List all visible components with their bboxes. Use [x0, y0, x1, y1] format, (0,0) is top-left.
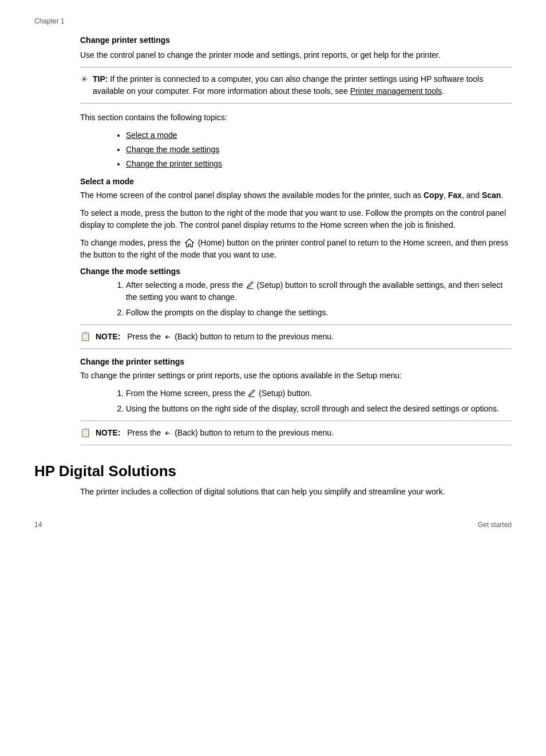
note-icon-2: 📋 — [80, 428, 91, 438]
select-mode-para3: To change modes, press the (Home) button… — [80, 237, 512, 261]
hp-digital-solutions-intro: The printer includes a collection of dig… — [80, 486, 512, 498]
mode-settings-steps: After selecting a mode, press the (Setup… — [126, 279, 512, 319]
list-item: Change the mode settings — [126, 144, 512, 156]
printer-management-tools-link[interactable]: Printer management tools — [350, 86, 442, 96]
note-icon: 📋 — [80, 331, 91, 342]
setup-icon-2 — [248, 390, 256, 398]
tip-label: TIP: — [93, 74, 108, 84]
note-label: NOTE: — [96, 332, 121, 341]
select-mode-para1: The Home screen of the control panel dis… — [80, 189, 512, 201]
back-icon — [164, 333, 172, 341]
change-printer-settings-heading: Change printer settings — [80, 35, 512, 45]
tip-content: TIP: If the printer is connected to a co… — [93, 73, 512, 97]
page-number: 14 — [34, 521, 42, 529]
note-label-2: NOTE: — [96, 428, 121, 437]
printer-settings-steps: From the Home screen, press the (Setup) … — [126, 387, 512, 415]
note-box-2: 📋 NOTE: Press the (Back) button to retur… — [80, 421, 512, 445]
select-a-mode-heading: Select a mode — [80, 177, 512, 186]
topics-intro: This section contains the following topi… — [80, 112, 512, 124]
change-mode-settings-link[interactable]: Change the mode settings — [126, 145, 219, 154]
home-icon — [184, 238, 195, 248]
select-mode-para2: To select a mode, press the button to th… — [80, 207, 512, 231]
change-printer-settings-section-heading: Change the printer settings — [80, 357, 512, 366]
topics-list: Select a mode Change the mode settings C… — [126, 129, 512, 170]
list-item: Follow the prompts on the display to cha… — [126, 307, 512, 319]
list-item: After selecting a mode, press the (Setup… — [126, 279, 512, 303]
printer-settings-intro: To change the printer settings or print … — [80, 370, 512, 382]
list-item: Using the buttons on the right side of t… — [126, 403, 512, 415]
list-item: Select a mode — [126, 129, 512, 141]
tip-text-end: . — [442, 86, 444, 96]
chapter-label: Chapter 1 — [34, 17, 512, 25]
back-icon-2 — [164, 429, 172, 437]
note-box-1: 📋 NOTE: Press the (Back) button to retur… — [80, 324, 512, 349]
hp-digital-solutions-heading: HP Digital Solutions — [34, 462, 512, 480]
change-printer-settings-intro: Use the control panel to change the prin… — [80, 49, 512, 61]
tip-icon: ☀ — [80, 74, 88, 85]
scan-text: Scan — [482, 191, 501, 200]
copy-text: Copy — [424, 191, 444, 200]
select-a-mode-link[interactable]: Select a mode — [126, 130, 177, 140]
list-item: Change the printer settings — [126, 158, 512, 170]
note-content: NOTE: Press the (Back) button to return … — [96, 331, 334, 343]
tip-box: ☀ TIP: If the printer is connected to a … — [80, 67, 512, 104]
list-item: From the Home screen, press the (Setup) … — [126, 387, 512, 399]
change-printer-settings-link[interactable]: Change the printer settings — [126, 159, 222, 168]
note-content-2: NOTE: Press the (Back) button to return … — [96, 427, 334, 439]
footer-section: Get started — [478, 521, 512, 529]
setup-icon — [246, 282, 254, 290]
fax-text: Fax — [448, 191, 462, 200]
page-footer: 14 Get started — [34, 521, 512, 529]
change-mode-settings-heading: Change the mode settings — [80, 267, 512, 276]
